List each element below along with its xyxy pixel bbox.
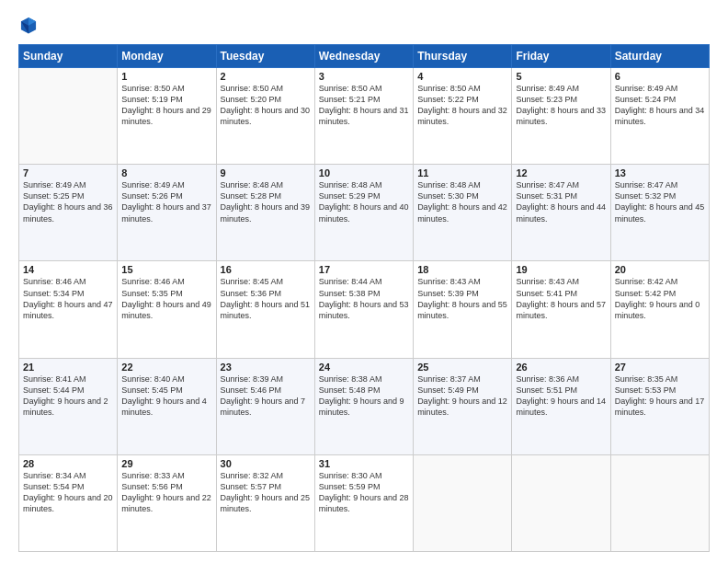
day-number: 26 xyxy=(516,362,606,373)
day-number: 30 xyxy=(221,458,311,469)
calendar-cell: 25 Sunrise: 8:37 AMSunset: 5:49 PMDaylig… xyxy=(414,358,512,454)
cell-info: Sunrise: 8:34 AMSunset: 5:54 PMDaylight:… xyxy=(23,470,113,515)
day-number: 28 xyxy=(23,458,113,469)
calendar-header-row: SundayMondayTuesdayWednesdayThursdayFrid… xyxy=(19,45,710,68)
cell-info: Sunrise: 8:37 AMSunset: 5:49 PMDaylight:… xyxy=(417,373,507,419)
calendar-cell: 15 Sunrise: 8:46 AMSunset: 5:35 PMDaylig… xyxy=(118,261,216,358)
calendar-cell: 24 Sunrise: 8:38 AMSunset: 5:48 PMDaylig… xyxy=(314,358,413,454)
day-number: 21 xyxy=(23,362,113,373)
calendar-cell: 1 Sunrise: 8:50 AMSunset: 5:19 PMDayligh… xyxy=(118,68,216,165)
day-number: 4 xyxy=(417,71,507,82)
day-number: 8 xyxy=(121,167,211,178)
cell-info: Sunrise: 8:46 AMSunset: 5:35 PMDaylight:… xyxy=(121,276,211,321)
day-number: 2 xyxy=(221,71,311,82)
calendar-week-2: 7 Sunrise: 8:49 AMSunset: 5:25 PMDayligh… xyxy=(19,165,710,261)
day-number: 9 xyxy=(221,167,311,178)
weekday-header-monday: Monday xyxy=(118,45,216,68)
logo-icon xyxy=(18,15,39,35)
calendar-cell: 12 Sunrise: 8:47 AMSunset: 5:31 PMDaylig… xyxy=(512,165,610,261)
calendar-body: 1 Sunrise: 8:50 AMSunset: 5:19 PMDayligh… xyxy=(19,68,710,552)
calendar-cell: 30 Sunrise: 8:32 AMSunset: 5:57 PMDaylig… xyxy=(216,454,314,551)
calendar-cell: 5 Sunrise: 8:49 AMSunset: 5:23 PMDayligh… xyxy=(512,68,610,165)
weekday-header-saturday: Saturday xyxy=(610,45,709,68)
cell-info: Sunrise: 8:38 AMSunset: 5:48 PMDaylight:… xyxy=(319,373,409,419)
calendar-cell: 16 Sunrise: 8:45 AMSunset: 5:36 PMDaylig… xyxy=(216,261,314,358)
day-number: 5 xyxy=(516,71,606,82)
cell-info: Sunrise: 8:49 AMSunset: 5:23 PMDaylight:… xyxy=(516,83,606,128)
cell-info: Sunrise: 8:33 AMSunset: 5:56 PMDaylight:… xyxy=(121,470,211,515)
cell-info: Sunrise: 8:47 AMSunset: 5:31 PMDaylight:… xyxy=(516,179,606,224)
cell-info: Sunrise: 8:32 AMSunset: 5:57 PMDaylight:… xyxy=(221,470,311,515)
calendar-cell: 13 Sunrise: 8:47 AMSunset: 5:32 PMDaylig… xyxy=(610,165,709,261)
cell-info: Sunrise: 8:48 AMSunset: 5:30 PMDaylight:… xyxy=(417,179,507,224)
cell-info: Sunrise: 8:43 AMSunset: 5:39 PMDaylight:… xyxy=(417,276,507,321)
cell-info: Sunrise: 8:36 AMSunset: 5:51 PMDaylight:… xyxy=(516,373,606,419)
calendar-cell: 29 Sunrise: 8:33 AMSunset: 5:56 PMDaylig… xyxy=(118,454,216,551)
cell-info: Sunrise: 8:49 AMSunset: 5:24 PMDaylight:… xyxy=(615,83,705,128)
day-number: 13 xyxy=(615,167,705,178)
weekday-header-sunday: Sunday xyxy=(19,45,118,68)
page-header xyxy=(18,15,710,35)
weekday-header-tuesday: Tuesday xyxy=(216,45,314,68)
calendar-cell: 9 Sunrise: 8:48 AMSunset: 5:28 PMDayligh… xyxy=(216,165,314,261)
calendar-cell: 19 Sunrise: 8:43 AMSunset: 5:41 PMDaylig… xyxy=(512,261,610,358)
day-number: 18 xyxy=(417,264,507,275)
calendar-cell: 27 Sunrise: 8:35 AMSunset: 5:53 PMDaylig… xyxy=(610,358,709,454)
calendar-cell: 3 Sunrise: 8:50 AMSunset: 5:21 PMDayligh… xyxy=(314,68,413,165)
weekday-header-thursday: Thursday xyxy=(414,45,512,68)
cell-info: Sunrise: 8:44 AMSunset: 5:38 PMDaylight:… xyxy=(319,276,409,321)
calendar-cell: 23 Sunrise: 8:39 AMSunset: 5:46 PMDaylig… xyxy=(216,358,314,454)
calendar-cell: 11 Sunrise: 8:48 AMSunset: 5:30 PMDaylig… xyxy=(414,165,512,261)
cell-info: Sunrise: 8:39 AMSunset: 5:46 PMDaylight:… xyxy=(221,373,311,419)
cell-info: Sunrise: 8:50 AMSunset: 5:20 PMDaylight:… xyxy=(221,83,311,128)
calendar-week-4: 21 Sunrise: 8:41 AMSunset: 5:44 PMDaylig… xyxy=(19,358,710,454)
cell-info: Sunrise: 8:48 AMSunset: 5:28 PMDaylight:… xyxy=(221,179,311,224)
calendar-cell xyxy=(512,454,610,551)
weekday-header-friday: Friday xyxy=(512,45,610,68)
logo xyxy=(18,15,40,35)
day-number: 27 xyxy=(615,362,705,373)
day-number: 7 xyxy=(23,167,113,178)
calendar-cell: 18 Sunrise: 8:43 AMSunset: 5:39 PMDaylig… xyxy=(414,261,512,358)
calendar-cell xyxy=(610,454,709,551)
calendar-cell: 31 Sunrise: 8:30 AMSunset: 5:59 PMDaylig… xyxy=(314,454,413,551)
cell-info: Sunrise: 8:49 AMSunset: 5:26 PMDaylight:… xyxy=(121,179,211,224)
cell-info: Sunrise: 8:41 AMSunset: 5:44 PMDaylight:… xyxy=(23,373,113,419)
day-number: 31 xyxy=(319,458,409,469)
cell-info: Sunrise: 8:43 AMSunset: 5:41 PMDaylight:… xyxy=(516,276,606,321)
cell-info: Sunrise: 8:50 AMSunset: 5:19 PMDaylight:… xyxy=(121,83,211,128)
calendar-cell xyxy=(414,454,512,551)
day-number: 16 xyxy=(221,264,311,275)
day-number: 25 xyxy=(417,362,507,373)
cell-info: Sunrise: 8:49 AMSunset: 5:25 PMDaylight:… xyxy=(23,179,113,224)
day-number: 14 xyxy=(23,264,113,275)
day-number: 23 xyxy=(221,362,311,373)
day-number: 6 xyxy=(615,71,705,82)
day-number: 3 xyxy=(319,71,409,82)
calendar-cell: 7 Sunrise: 8:49 AMSunset: 5:25 PMDayligh… xyxy=(19,165,118,261)
day-number: 1 xyxy=(121,71,211,82)
cell-info: Sunrise: 8:47 AMSunset: 5:32 PMDaylight:… xyxy=(615,179,705,224)
cell-info: Sunrise: 8:46 AMSunset: 5:34 PMDaylight:… xyxy=(23,276,113,321)
cell-info: Sunrise: 8:42 AMSunset: 5:42 PMDaylight:… xyxy=(615,276,705,321)
calendar-week-5: 28 Sunrise: 8:34 AMSunset: 5:54 PMDaylig… xyxy=(19,454,710,551)
cell-info: Sunrise: 8:35 AMSunset: 5:53 PMDaylight:… xyxy=(615,373,705,419)
calendar-cell: 8 Sunrise: 8:49 AMSunset: 5:26 PMDayligh… xyxy=(118,165,216,261)
calendar-cell: 2 Sunrise: 8:50 AMSunset: 5:20 PMDayligh… xyxy=(216,68,314,165)
day-number: 10 xyxy=(319,167,409,178)
cell-info: Sunrise: 8:45 AMSunset: 5:36 PMDaylight:… xyxy=(221,276,311,321)
weekday-header-wednesday: Wednesday xyxy=(314,45,413,68)
calendar-table: SundayMondayTuesdayWednesdayThursdayFrid… xyxy=(18,44,710,552)
calendar-week-1: 1 Sunrise: 8:50 AMSunset: 5:19 PMDayligh… xyxy=(19,68,710,165)
cell-info: Sunrise: 8:30 AMSunset: 5:59 PMDaylight:… xyxy=(319,470,409,515)
calendar-cell: 4 Sunrise: 8:50 AMSunset: 5:22 PMDayligh… xyxy=(414,68,512,165)
calendar-cell: 17 Sunrise: 8:44 AMSunset: 5:38 PMDaylig… xyxy=(314,261,413,358)
calendar-cell: 10 Sunrise: 8:48 AMSunset: 5:29 PMDaylig… xyxy=(314,165,413,261)
cell-info: Sunrise: 8:48 AMSunset: 5:29 PMDaylight:… xyxy=(319,179,409,224)
day-number: 17 xyxy=(319,264,409,275)
calendar-cell: 22 Sunrise: 8:40 AMSunset: 5:45 PMDaylig… xyxy=(118,358,216,454)
day-number: 11 xyxy=(417,167,507,178)
cell-info: Sunrise: 8:50 AMSunset: 5:22 PMDaylight:… xyxy=(417,83,507,128)
calendar-cell: 28 Sunrise: 8:34 AMSunset: 5:54 PMDaylig… xyxy=(19,454,118,551)
day-number: 29 xyxy=(121,458,211,469)
